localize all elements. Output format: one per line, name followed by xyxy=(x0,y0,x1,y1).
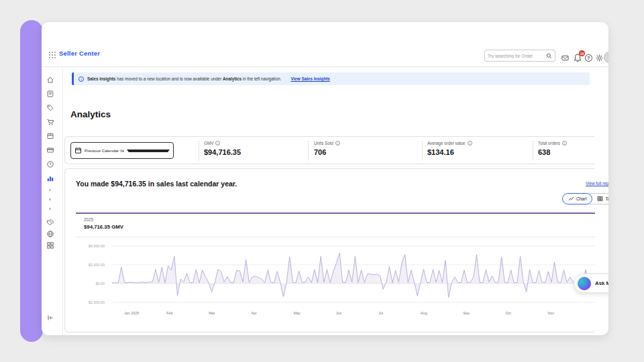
desktop-background: Seller Center 10 ? xyxy=(0,0,644,362)
chart-table-toggle: Chart Table xyxy=(562,193,608,204)
y-axis-label: -$2,000.00 xyxy=(78,300,105,304)
info-icon[interactable]: i xyxy=(562,141,567,145)
credit-card-icon[interactable] xyxy=(46,146,54,154)
document-icon[interactable] xyxy=(46,90,54,98)
app-launcher-icon[interactable] xyxy=(49,52,56,58)
x-axis-label: Feb xyxy=(166,311,172,315)
info-icon: i xyxy=(78,76,84,82)
page-title: Analytics xyxy=(70,109,111,119)
assistant-label: Ask Mi xyxy=(595,280,608,286)
x-axis-label: Mar xyxy=(209,311,215,315)
y-axis-label: $0.00 xyxy=(78,282,105,286)
mail-icon[interactable] xyxy=(561,54,569,62)
chart-toggle-button[interactable]: Chart xyxy=(562,193,592,204)
info-icon[interactable]: i xyxy=(215,141,220,145)
chevron-down-icon xyxy=(127,149,170,152)
table-toggle-button[interactable]: Table xyxy=(590,193,608,204)
kpi-value: 706 xyxy=(314,148,340,156)
sales-summary-title: You made $94,716.35 in sales last calend… xyxy=(76,180,237,188)
x-axis-label: May xyxy=(294,311,301,315)
date-range-label: Previous Calendar Year (Jan 1 - Dec 31, … xyxy=(85,148,124,153)
x-axis-label: Nov xyxy=(548,311,555,315)
line-chart-icon xyxy=(568,196,574,202)
y-axis-label: $4,000.00 xyxy=(78,244,105,248)
kpi-gmv: GMVi $94,716.35 xyxy=(204,141,241,156)
legend-value: $94,716.35 GMV xyxy=(84,224,595,230)
notification-badge: 10 xyxy=(579,50,585,56)
x-axis-label: Oct xyxy=(505,311,511,315)
top-bar: Seller Center 10 ? xyxy=(42,22,608,67)
gmv-chart-panel: 2025 $94,716.35 GMV $4,000.00$2,000.00$0… xyxy=(76,213,595,324)
x-axis-label: Jul xyxy=(378,311,383,315)
table-icon xyxy=(597,196,603,202)
info-icon[interactable]: i xyxy=(468,141,472,145)
user-avatar[interactable] xyxy=(604,52,608,63)
nav-dot[interactable] xyxy=(49,208,51,210)
ask-assistant-button[interactable]: Ask Mi xyxy=(574,274,608,293)
kpi-average-order-value: Average order valuei $134.16 xyxy=(427,141,472,156)
notifications-bell[interactable]: 10 xyxy=(573,53,582,63)
search-input[interactable] xyxy=(488,54,546,58)
kpi-value: $134.16 xyxy=(427,148,472,156)
nav-dot[interactable] xyxy=(49,189,51,191)
decorative-accent-pill xyxy=(20,20,43,342)
grid-icon[interactable] xyxy=(46,241,54,249)
settings-gear-icon[interactable] xyxy=(596,54,603,62)
x-axis-label: Apr xyxy=(251,311,256,315)
info-banner: i Sales insights has moved to a new loca… xyxy=(72,72,590,85)
global-search[interactable] xyxy=(484,50,555,62)
x-axis-label: Jan 2025 xyxy=(124,311,139,315)
tag-icon[interactable] xyxy=(46,104,54,112)
cart-icon[interactable] xyxy=(46,118,54,126)
banner-text: Sales insights has moved to a new locati… xyxy=(87,76,282,81)
info-icon[interactable]: i xyxy=(335,141,340,145)
kpi-value: 638 xyxy=(538,148,567,156)
tags-icon[interactable] xyxy=(46,219,54,227)
left-nav xyxy=(42,67,63,335)
globe-icon[interactable] xyxy=(46,230,54,238)
search-icon xyxy=(546,53,552,59)
view-sales-insights-link[interactable]: View Sales Insights xyxy=(291,76,330,81)
kpi-units-sold: Units Soldi 706 xyxy=(314,141,340,156)
assistant-gradient-icon xyxy=(578,277,591,290)
nav-dot[interactable] xyxy=(49,198,51,200)
view-full-report-link[interactable]: View full report xyxy=(586,181,608,186)
kpi-value: $94,716.35 xyxy=(204,148,241,156)
kpi-bar: Previous Calendar Year (Jan 1 - Dec 31, … xyxy=(64,136,594,164)
help-icon[interactable]: ? xyxy=(585,54,592,62)
calendar-icon xyxy=(74,147,82,154)
chart-legend[interactable]: 2025 $94,716.35 GMV xyxy=(76,214,595,237)
x-axis-label: Aug xyxy=(421,311,427,315)
date-range-selector[interactable]: Previous Calendar Year (Jan 1 - Dec 31, … xyxy=(70,142,174,159)
chart-canvas xyxy=(112,239,595,308)
box-icon[interactable] xyxy=(46,132,54,140)
x-axis-label: Jun xyxy=(336,311,342,315)
seller-center-window: Seller Center 10 ? xyxy=(42,22,608,335)
sales-summary-card: You made $94,716.35 in sales last calend… xyxy=(64,168,594,333)
x-axis-label: Sep xyxy=(463,311,470,315)
legend-year: 2025 xyxy=(84,217,595,222)
bar-chart-icon[interactable] xyxy=(46,174,54,182)
kpi-total-orders: Total ordersi 638 xyxy=(538,141,567,156)
y-axis-label: $2,000.00 xyxy=(78,263,105,267)
gmv-line-chart[interactable]: $4,000.00$2,000.00$0.00-$2,000.00Jan 202… xyxy=(76,239,595,324)
main-content: i Sales insights has moved to a new loca… xyxy=(63,67,608,335)
home-icon[interactable] xyxy=(46,76,54,84)
clock-icon[interactable] xyxy=(46,160,54,168)
brand-logo[interactable]: Seller Center xyxy=(59,50,100,57)
collapse-icon[interactable] xyxy=(46,314,54,322)
